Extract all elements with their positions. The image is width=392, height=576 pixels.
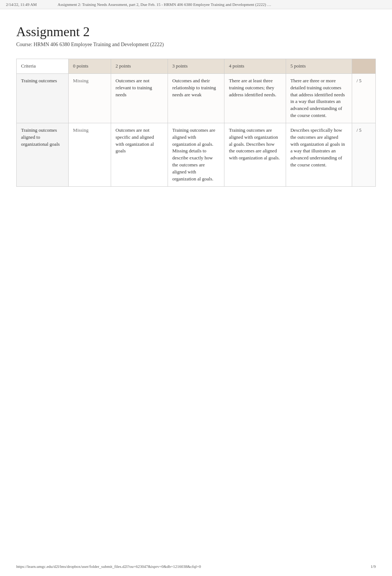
table-header-row: Criteria 0 points 2 points 3 points 4 po… (17, 59, 376, 74)
score-cell: / 5 (352, 123, 375, 186)
header-5pts: 5 points (286, 59, 352, 74)
rubric-table: Criteria 0 points 2 points 3 points 4 po… (16, 59, 376, 187)
criteria-cell: Training outcomes (17, 73, 69, 123)
rubric-cell: There are three or more detailed trainin… (286, 73, 352, 123)
rubric-cell: Missing (68, 123, 111, 186)
rubric-cell: Training outcomes are aligned with organ… (224, 123, 286, 186)
rubric-cell: There are at least three training outcom… (224, 73, 286, 123)
header-4pts: 4 points (224, 59, 286, 74)
score-cell: / 5 (352, 73, 375, 123)
browser-timestamp: 2/14/22, 11:49 AM (6, 2, 50, 7)
table-row: Training outcomes aligned to organizatio… (17, 123, 376, 186)
table-row: Training outcomesMissingOutcomes are not… (17, 73, 376, 123)
main-content: Assignment 2 Course: HRMN 406 6380 Emplo… (0, 9, 392, 209)
header-3pts: 3 points (168, 59, 224, 74)
header-2pts: 2 points (111, 59, 168, 74)
header-0pts: 0 points (68, 59, 111, 74)
assignment-title: Assignment 2 (16, 24, 376, 39)
rubric-cell: Outcomes are not specific and aligned wi… (111, 123, 168, 186)
rubric-cell: Outcomes and their relationship to train… (168, 73, 224, 123)
course-subtitle: Course: HRMN 406 6380 Employee Training … (16, 42, 376, 48)
rubric-cell: Outcomes are not relevant to training ne… (111, 73, 168, 123)
browser-page-title: Assignment 2: Training Needs Assessment,… (58, 2, 386, 7)
header-criteria: Criteria (17, 59, 69, 74)
rubric-cell: Training outcomes are aligned with organ… (168, 123, 224, 186)
rubric-cell: Missing (68, 73, 111, 123)
criteria-cell: Training outcomes aligned to organizatio… (17, 123, 69, 186)
rubric-cell: Describes specifically how the outcomes … (286, 123, 352, 186)
header-score (352, 59, 375, 74)
browser-bar: 2/14/22, 11:49 AM Assignment 2: Training… (0, 0, 392, 9)
